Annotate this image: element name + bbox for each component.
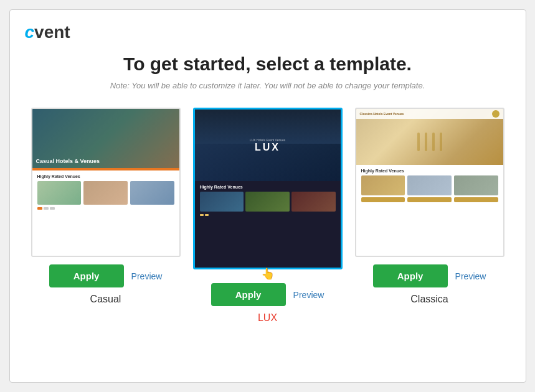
logo-c: c bbox=[25, 22, 35, 42]
lux-featured-wrapper: LUX Hotels Event Venues LUX Highly Rated… bbox=[193, 108, 343, 269]
logo-vent: vent bbox=[34, 22, 70, 42]
casual-preview-link[interactable]: Preview bbox=[131, 271, 163, 281]
lux-hero: LUX Hotels Event Venues LUX bbox=[195, 110, 341, 181]
classica-venue-2 bbox=[407, 175, 452, 195]
casual-dot-3 bbox=[50, 207, 55, 210]
casual-hero: Casual Hotels & Venues bbox=[32, 109, 179, 168]
lux-section-title: Highly Rated Venues bbox=[200, 185, 336, 189]
lux-body: Highly Rated Venues bbox=[195, 181, 341, 220]
lux-lux-text: LUX bbox=[250, 142, 286, 153]
lux-venues-row bbox=[200, 192, 336, 212]
lux-action-row: Apply Preview bbox=[211, 283, 324, 306]
casual-venue-1 bbox=[37, 181, 82, 205]
subtitle: Note: You will be able to customize it l… bbox=[110, 81, 425, 90]
classica-btn-3 bbox=[454, 197, 498, 202]
classica-apply-button[interactable]: Apply bbox=[373, 264, 448, 287]
classica-chandelier bbox=[417, 133, 442, 151]
lux-dot-2 bbox=[205, 214, 209, 216]
classica-hero: Classica Hotels Event Venues bbox=[356, 109, 503, 165]
classica-gold-badge bbox=[492, 110, 499, 118]
classica-preview: Classica Hotels Event Venues bbox=[356, 109, 503, 256]
template-card-lux: LUX Hotels Event Venues LUX Highly Rated… bbox=[193, 108, 343, 324]
casual-venue-bottom bbox=[37, 207, 174, 210]
classica-venue-1 bbox=[361, 175, 405, 195]
casual-venue-3 bbox=[130, 181, 174, 205]
classica-header-bar: Classica Hotels Event Venues bbox=[356, 109, 503, 119]
casual-dot-1 bbox=[37, 207, 42, 210]
classica-section-title: Highly Rated Venues bbox=[361, 169, 498, 173]
classica-hero-content bbox=[356, 119, 503, 165]
casual-apply-button[interactable]: Apply bbox=[49, 264, 124, 287]
casual-body: Highly Rated Venues bbox=[32, 170, 179, 213]
casual-preview: Casual Hotels & Venues Highly Rated Venu… bbox=[32, 109, 179, 256]
cursor-indicator: 👆 bbox=[261, 267, 275, 281]
casual-dot-2 bbox=[44, 207, 49, 210]
logo: c vent bbox=[25, 22, 70, 42]
lux-dot-1 bbox=[200, 214, 204, 216]
casual-template-name: Casual bbox=[90, 294, 121, 305]
main-container: c vent To get started, select a template… bbox=[9, 9, 526, 383]
classica-btn-row bbox=[361, 197, 498, 202]
casual-preview-wrapper[interactable]: Casual Hotels & Venues Highly Rated Venu… bbox=[31, 108, 181, 257]
casual-hero-text: Casual Hotels & Venues bbox=[36, 158, 100, 164]
casual-venue-2 bbox=[83, 181, 128, 205]
lux-venue-1 bbox=[200, 192, 244, 212]
classica-logo-text: Classica Hotels Event Venues bbox=[360, 112, 404, 116]
lux-apply-button[interactable]: Apply bbox=[211, 283, 286, 306]
template-card-casual: Casual Hotels & Venues Highly Rated Venu… bbox=[31, 108, 181, 305]
lux-preview: LUX Hotels Event Venues LUX Highly Rated… bbox=[195, 110, 341, 268]
lux-footer-area bbox=[200, 214, 336, 216]
lux-small-text: LUX Hotels Event Venues bbox=[250, 138, 286, 142]
page-title: To get started, select a template. bbox=[110, 54, 425, 75]
lux-venue-2 bbox=[245, 192, 290, 212]
template-card-classica: Classica Hotels Event Venues bbox=[355, 108, 504, 305]
classica-preview-wrapper[interactable]: Classica Hotels Event Venues bbox=[355, 108, 504, 257]
casual-section-title: Highly Rated Venues bbox=[37, 174, 174, 179]
classica-btn-2 bbox=[407, 197, 452, 202]
lux-preview-link[interactable]: Preview bbox=[293, 290, 324, 300]
classica-venues-row bbox=[361, 175, 498, 195]
casual-venues-row bbox=[37, 181, 174, 205]
lux-venue-3 bbox=[291, 192, 336, 212]
lux-title-area: LUX Hotels Event Venues LUX bbox=[250, 138, 286, 153]
classica-action-row: Apply Preview bbox=[373, 264, 486, 287]
classica-template-name: Classica bbox=[410, 294, 448, 305]
templates-row: Casual Hotels & Venues Highly Rated Venu… bbox=[31, 108, 504, 324]
classica-preview-link[interactable]: Preview bbox=[455, 271, 486, 281]
lux-template-name: LUX bbox=[258, 312, 277, 324]
classica-btn-1 bbox=[361, 197, 405, 202]
casual-action-row: Apply Preview bbox=[49, 264, 163, 287]
classica-venue-3 bbox=[454, 175, 498, 195]
lux-preview-wrapper[interactable]: LUX Hotels Event Venues LUX Highly Rated… bbox=[193, 108, 343, 269]
header-section: To get started, select a template. Note:… bbox=[110, 54, 425, 90]
classica-body: Highly Rated Venues bbox=[356, 165, 503, 206]
